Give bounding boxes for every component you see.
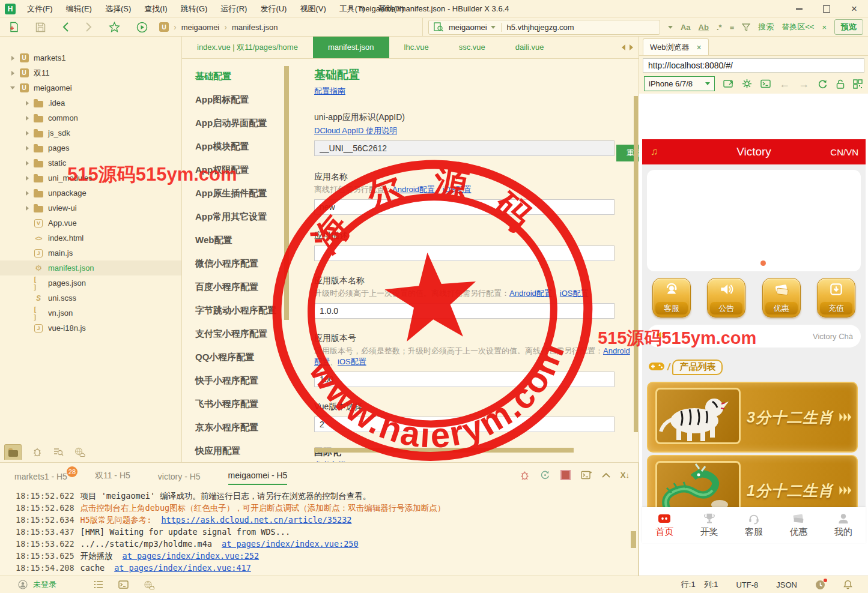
- breadcrumb-project[interactable]: meigaomei: [181, 23, 220, 32]
- tree-item[interactable]: common: [0, 110, 181, 125]
- ios-config-link[interactable]: iOS配置: [338, 357, 366, 366]
- scroll-tabs-left-icon[interactable]: [622, 44, 625, 50]
- version-name-input[interactable]: [314, 303, 615, 319]
- appid-doc-link[interactable]: DCloud AppID 使用说明: [314, 126, 397, 135]
- product-card[interactable]: 3分十二生肖: [647, 382, 858, 453]
- favorite-star-icon[interactable]: [109, 22, 120, 32]
- version-code-input[interactable]: [314, 372, 615, 387]
- tab-mine[interactable]: 我的: [821, 507, 866, 543]
- tab-lottery[interactable]: 开奖: [687, 507, 731, 543]
- vue-version-input[interactable]: [314, 417, 615, 432]
- chevron-right-icon[interactable]: [23, 176, 31, 181]
- menu-select[interactable]: 选择(S): [99, 0, 138, 17]
- login-status[interactable]: 未登录: [33, 579, 56, 590]
- menu-edit[interactable]: 编辑(E): [59, 0, 99, 17]
- editor-tab[interactable]: lhc.vue: [389, 36, 444, 58]
- tab-promo[interactable]: 优惠: [776, 507, 821, 543]
- tree-item[interactable]: vue-i18n.js: [0, 321, 181, 336]
- terminal-icon[interactable]: [118, 580, 129, 589]
- scroll-tabs-right-icon[interactable]: [630, 44, 633, 50]
- browser-tab[interactable]: Web浏览器×: [643, 38, 709, 55]
- form-horizontal-scrollbar[interactable]: [314, 448, 574, 453]
- ios-config-link[interactable]: iOS配置: [560, 289, 589, 298]
- tree-item[interactable]: vn.json: [0, 306, 181, 321]
- customer-service-button[interactable]: 客服: [652, 278, 691, 318]
- close-icon[interactable]: ×: [697, 43, 702, 52]
- editor-tab[interactable]: ssc.vue: [444, 36, 500, 58]
- console-tab[interactable]: markets1 - H528: [14, 472, 67, 485]
- manifest-nav-item[interactable]: 快应用配置: [182, 439, 284, 462]
- files-tab[interactable]: [4, 444, 22, 460]
- menu-publish[interactable]: 发行(U): [253, 0, 293, 17]
- collapse-panel-icon[interactable]: [602, 472, 610, 478]
- manifest-nav-item[interactable]: App图标配置: [182, 88, 284, 111]
- console-tab-active[interactable]: meigaomei - H5: [228, 471, 288, 485]
- maximize-button[interactable]: [813, 0, 840, 17]
- debug-tab[interactable]: [32, 447, 43, 457]
- manifest-nav-item[interactable]: App启动界面配置: [182, 111, 284, 134]
- tree-item[interactable]: unpackage: [0, 185, 181, 200]
- close-button[interactable]: ×: [840, 0, 868, 17]
- settings-gear-icon[interactable]: [742, 79, 752, 89]
- refresh-icon[interactable]: [818, 79, 828, 89]
- manifest-nav-item[interactable]: 百度小程序配置: [182, 275, 284, 298]
- notice-marquee[interactable]: Victory Chà: [647, 325, 861, 348]
- manifest-nav-item-active[interactable]: 基础配置: [182, 64, 284, 88]
- manifest-nav-item[interactable]: App模块配置: [182, 134, 284, 158]
- forward-arrow-icon[interactable]: →: [798, 79, 809, 89]
- banner-carousel[interactable]: [647, 170, 861, 271]
- tree-item[interactable]: App.vue: [0, 215, 181, 230]
- menu-run[interactable]: 运行(R): [214, 0, 253, 17]
- qr-code-icon[interactable]: [853, 79, 863, 89]
- breadcrumb-file[interactable]: manifest.json: [232, 23, 278, 32]
- chevron-right-icon[interactable]: [8, 56, 17, 61]
- search-input[interactable]: h5.vthjhqjegzg.com: [507, 23, 574, 32]
- android-config-link[interactable]: Android配置: [509, 289, 552, 298]
- tree-item[interactable]: pages.json: [0, 275, 181, 290]
- notifications-bell-icon[interactable]: [843, 580, 852, 589]
- preview-button[interactable]: 预览: [834, 19, 863, 35]
- console-scrollbar[interactable]: [631, 531, 636, 548]
- filter-icon[interactable]: [742, 23, 750, 31]
- tree-item[interactable]: 双11: [0, 65, 181, 80]
- manifest-nav-item[interactable]: App权限配置: [182, 158, 284, 181]
- new-terminal-icon[interactable]: [581, 471, 592, 480]
- url-input[interactable]: [643, 58, 864, 73]
- log-link[interactable]: at pages/index/index.vue:250: [222, 539, 359, 549]
- search-field[interactable]: meigaomei h5.vthjhqjegzg.com: [428, 20, 660, 35]
- chevron-right-icon[interactable]: [23, 146, 31, 151]
- tree-item[interactable]: index.html: [0, 230, 181, 245]
- chevron-right-icon[interactable]: [23, 161, 31, 166]
- new-file-icon[interactable]: [9, 22, 19, 32]
- regex-icon[interactable]: .*: [717, 23, 722, 32]
- chevron-right-icon[interactable]: [23, 131, 31, 136]
- chevron-right-icon[interactable]: [23, 116, 31, 121]
- manifest-nav-item[interactable]: Web配置: [182, 228, 284, 251]
- console-icon[interactable]: [760, 79, 771, 88]
- search-results-tab[interactable]: [53, 447, 64, 457]
- manifest-nav-item[interactable]: QQ小程序配置: [182, 345, 284, 369]
- expand-search-icon[interactable]: [668, 26, 673, 29]
- tree-item[interactable]: uview-ui: [0, 200, 181, 215]
- back-arrow-icon[interactable]: ←: [779, 79, 790, 89]
- syntax-indicator[interactable]: JSON: [776, 580, 797, 589]
- app-desc-input[interactable]: [314, 245, 615, 261]
- chevron-right-icon[interactable]: [23, 206, 31, 211]
- clear-log-icon[interactable]: X↓: [621, 471, 630, 480]
- editor-tab[interactable]: index.vue | 双11/pages/home: [182, 36, 313, 58]
- menu-find[interactable]: 查找(I): [138, 0, 174, 17]
- chevron-right-icon[interactable]: [8, 71, 17, 76]
- cursor-column[interactable]: 列:1: [704, 579, 718, 590]
- tree-item[interactable]: uni_modules: [0, 170, 181, 185]
- stop-icon[interactable]: [560, 470, 571, 480]
- form-vertical-scrollbar[interactable]: [634, 96, 638, 432]
- web-preview-tab[interactable]: [74, 447, 85, 457]
- manifest-nav-item[interactable]: 字节跳动小程序配置: [182, 298, 284, 322]
- tree-item[interactable]: main.js: [0, 245, 181, 260]
- android-config-link[interactable]: Android配置: [392, 185, 435, 194]
- tree-item[interactable]: js_sdk: [0, 125, 181, 140]
- recharge-button[interactable]: 充值: [817, 278, 855, 318]
- update-icon[interactable]: [815, 580, 825, 590]
- tree-item[interactable]: .idea: [0, 95, 181, 110]
- tab-service[interactable]: 客服: [732, 507, 776, 543]
